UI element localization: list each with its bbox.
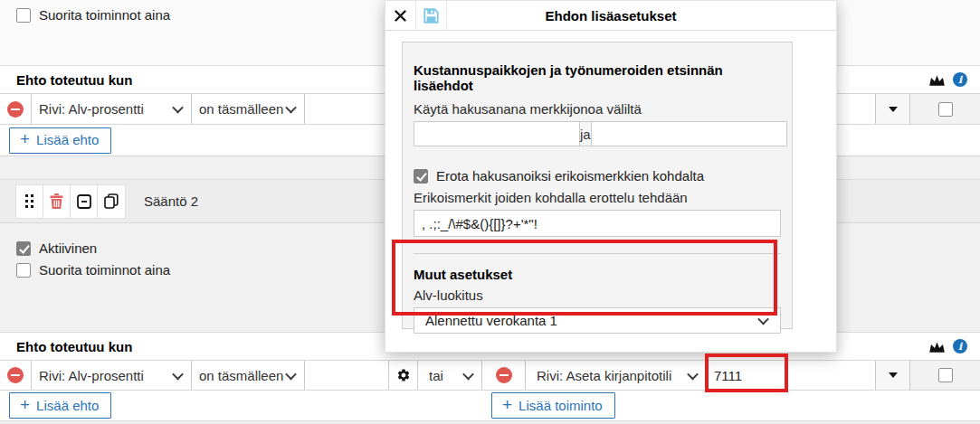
always-run-rule-label: Suorita toiminnot aina — [39, 262, 170, 278]
plus-icon: + — [20, 396, 30, 413]
always-run-rule-checkbox[interactable] — [16, 263, 31, 278]
add-condition-label: Lisää ehto — [36, 132, 99, 147]
action-value-picker[interactable] — [876, 361, 910, 390]
remove-condition-button[interactable] — [7, 101, 24, 118]
vat-classification-value: Alennettu verokanta 1 — [425, 313, 759, 328]
add-condition-button[interactable]: + Lisää ehto — [9, 392, 111, 419]
add-action-button[interactable]: + Lisää toiminto — [491, 392, 615, 419]
crown-icon — [928, 340, 946, 353]
condition-field-value: Rivi: Alv-prosentti — [39, 101, 174, 117]
delete-rule-button[interactable] — [43, 185, 71, 218]
condition-value-cell — [305, 361, 389, 390]
panel-divider — [414, 253, 781, 254]
condition-field-dropdown[interactable]: Rivi: Alv-prosentti — [32, 94, 192, 124]
triangle-down-icon — [889, 372, 898, 378]
vat-classification-label: Alv-luokitus — [414, 287, 781, 303]
search-settings-heading: Kustannuspaikkojen ja työnumeroiden etsi… — [414, 62, 781, 93]
condition-operator-dropdown[interactable]: on täsmälleen — [192, 94, 305, 124]
condition-operator-value: on täsmälleen — [199, 368, 287, 383]
info-icon[interactable]: i — [953, 72, 967, 87]
info-icon[interactable]: i — [953, 339, 967, 353]
always-run-checkbox[interactable] — [16, 8, 31, 23]
action-checkbox[interactable] — [938, 368, 953, 382]
condition-settings-button[interactable] — [389, 361, 418, 390]
always-run-label: Suorita toiminnot aina — [39, 7, 170, 23]
always-run-rule-row: Suorita toiminnot aina — [16, 262, 170, 278]
save-button[interactable] — [416, 1, 447, 30]
vat-classification-dropdown[interactable]: Alennettu verokanta 1 — [414, 307, 781, 334]
condition-row-bottom: Rivi: Alv-prosentti on täsmälleen tai Ri… — [0, 361, 980, 391]
chevron-down-icon — [462, 368, 474, 380]
close-button[interactable] — [385, 1, 416, 30]
active-checkbox[interactable] — [16, 241, 31, 256]
rule-title: Sääntö 2 — [144, 193, 198, 209]
add-condition-button[interactable]: + Lisää ehto — [9, 127, 111, 154]
action-check-cell — [910, 361, 980, 390]
active-label: Aktiivinen — [39, 240, 97, 256]
range-to-input[interactable] — [592, 121, 787, 146]
range-label: Käytä hakusanana merkkijonoa väliltä — [414, 101, 781, 117]
condition-operator-value: on täsmälleen — [199, 101, 287, 117]
range-input-group: ja — [414, 121, 781, 146]
condition-operator-dropdown[interactable]: on täsmälleen — [192, 361, 305, 390]
action-field-dropdown[interactable]: Rivi: Aseta kirjanpitotili — [526, 361, 707, 390]
remove-condition-button[interactable] — [7, 367, 24, 383]
action-check-cell — [910, 94, 980, 124]
remove-action-cell — [482, 361, 526, 390]
modal-header: Ehdon lisäasetukset — [385, 1, 836, 31]
collapse-rule-button[interactable] — [71, 185, 98, 218]
split-label: Erota hakusanoiksi erikoismerkkien kohda… — [436, 168, 704, 184]
rule-toolbar — [15, 184, 126, 219]
plus-icon: + — [502, 396, 512, 413]
connector-value: tai — [429, 368, 464, 383]
remove-condition-cell — [0, 361, 32, 390]
chevron-down-icon — [285, 102, 297, 114]
chevron-down-icon — [285, 368, 297, 380]
add-condition-label: Lisää ehto — [36, 398, 99, 413]
copy-rule-button[interactable] — [98, 185, 125, 218]
triangle-down-icon — [889, 107, 898, 112]
remove-condition-cell — [0, 94, 32, 124]
other-settings-heading: Muut asetukset — [414, 267, 781, 282]
section-title: Ehto toteutuu kun — [16, 72, 132, 88]
chevron-down-icon — [757, 314, 769, 325]
chevron-down-icon — [687, 368, 699, 380]
condition-field-value: Rivi: Alv-prosentti — [39, 368, 174, 383]
modal-title: Ehdon lisäasetukset — [385, 1, 836, 30]
drag-handle[interactable] — [16, 185, 43, 218]
chevron-down-icon — [172, 368, 184, 380]
always-run-top-row: Suorita toiminnot aina — [16, 7, 170, 23]
crown-icon — [928, 73, 946, 87]
action-value-cell — [707, 361, 876, 390]
condition-value-input[interactable] — [305, 361, 388, 390]
action-value-input[interactable] — [707, 361, 875, 390]
button-row-bottom: + Lisää ehto + Lisää toiminto — [0, 391, 980, 421]
section-title: Ehto toteutuu kun — [16, 339, 132, 354]
range-join-label: ja — [579, 121, 592, 146]
active-row: Aktiivinen — [16, 240, 97, 256]
action-field-value: Rivi: Aseta kirjanpitotili — [537, 368, 689, 383]
condition-field-dropdown[interactable]: Rivi: Alv-prosentti — [32, 361, 192, 390]
action-checkbox[interactable] — [938, 102, 953, 117]
special-chars-input[interactable] — [414, 210, 781, 237]
split-row: Erota hakusanoiksi erikoismerkkien kohda… — [414, 168, 781, 184]
add-action-label: Lisää toiminto — [519, 398, 603, 413]
additional-settings-modal: Ehdon lisäasetukset Kustannuspaikkojen j… — [385, 0, 837, 353]
connector-dropdown[interactable]: tai — [418, 361, 482, 390]
action-value-picker[interactable] — [876, 94, 910, 124]
plus-icon: + — [20, 130, 30, 147]
modal-panel: Kustannuspaikkojen ja työnumeroiden etsi… — [402, 42, 793, 329]
split-checkbox[interactable] — [414, 169, 428, 184]
chevron-down-icon — [172, 102, 184, 114]
range-from-input[interactable] — [414, 121, 579, 146]
special-chars-label: Erikoismerkit joiden kohdalla erottelu t… — [414, 190, 781, 205]
remove-action-button[interactable] — [496, 367, 512, 383]
